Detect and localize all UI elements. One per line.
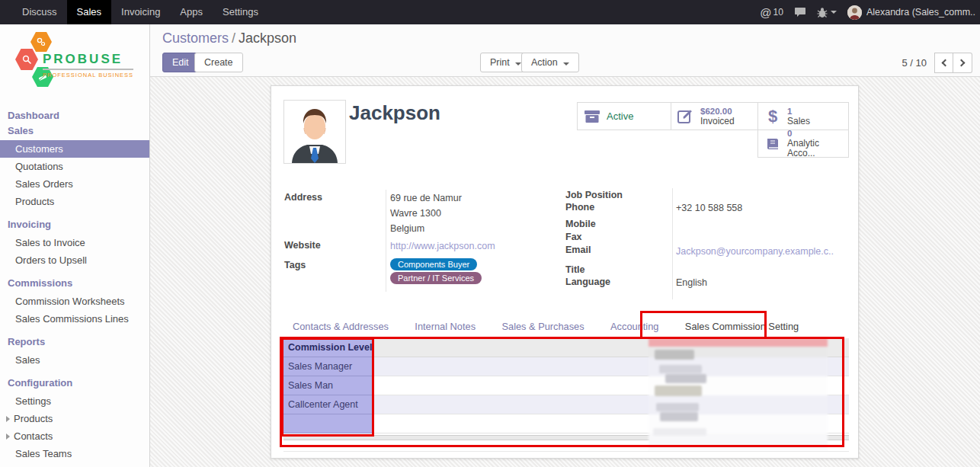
sidebar-item-sales-orders[interactable]: Sales Orders (0, 175, 149, 193)
sidebar-item-orders-to-upsell[interactable]: Orders to Upsell (0, 251, 149, 269)
analytic-accounts-stat-button[interactable]: 0 Analytic Acco... (757, 130, 849, 158)
commission-level-cell[interactable]: Sales Man (283, 376, 373, 395)
address-line3: Belgium (390, 223, 424, 234)
website-label: Website (284, 240, 321, 251)
job-position-label: Job Position (565, 190, 623, 200)
archive-box-icon (582, 110, 602, 123)
logo-subtitle: PROFESSIONAL BUSINESS (43, 72, 133, 78)
action-label: Action (531, 57, 558, 68)
tab-sales-purchases[interactable]: Sales & Purchases (490, 316, 595, 337)
sidebar-header-sales[interactable]: Sales (0, 125, 149, 140)
phone-value: +32 10 588 558 (676, 203, 742, 213)
sidebar-item-settings[interactable]: Settings (0, 392, 149, 410)
invoiced-label: Invoiced (700, 117, 735, 126)
page-title: Jackpson (349, 101, 440, 125)
title-label: Title (565, 264, 584, 275)
menu-apps[interactable]: Apps (170, 0, 213, 24)
sheet-divider (283, 451, 849, 452)
user-name[interactable]: Alexandra (Sales_comm.. (866, 7, 975, 18)
redacted-blob (655, 350, 694, 360)
invoiced-amount: $620.00 (700, 107, 735, 117)
invoiced-stat-button[interactable]: $620.00 Invoiced (671, 102, 758, 130)
systray: @ 10 Alexandra (Sales_comm.. (760, 0, 980, 24)
sidebar-item-sales-to-invoice[interactable]: Sales to Invoice (0, 234, 149, 251)
commission-level-cell[interactable]: Callcenter Agent (283, 395, 373, 414)
active-status-label: Active (607, 110, 633, 122)
commission-level-header[interactable]: Commission Level (283, 338, 373, 357)
commission-level-column: Commission Level Sales Manager Sales Man… (283, 338, 373, 433)
sidebar-item-commission-worksheets[interactable]: Commission Worksheets (0, 293, 149, 310)
sidebar-item-config-products[interactable]: Products (0, 410, 149, 427)
sidebar-item-reports-sales[interactable]: Sales (0, 351, 149, 369)
breadcrumb-customers[interactable]: Customers (162, 30, 229, 46)
tab-sales-commission-setting[interactable]: Sales Commission Setting (674, 316, 810, 337)
sidebar-item-config-contacts[interactable]: Contacts (0, 427, 149, 445)
field-group-divider (672, 188, 673, 299)
sidebar-item-sales-teams[interactable]: Sales Teams (0, 445, 149, 462)
chat-bubble-icon[interactable] (794, 7, 806, 18)
tab-internal-notes[interactable]: Internal Notes (403, 316, 487, 337)
user-avatar[interactable] (847, 5, 862, 20)
address-line1: 69 rue de Namur (390, 193, 462, 203)
control-panel: Customers/Jackpson Edit Create Print Act… (150, 24, 980, 77)
sidebar-item-label: Products (14, 413, 53, 424)
chevron-right-icon (6, 433, 10, 440)
logo-hexagon-gears-icon (30, 32, 52, 52)
sidebar-item-sales-commission-levels[interactable]: Sales Commission Levels (0, 462, 149, 467)
active-stat-button[interactable]: Active (577, 102, 671, 130)
bug-icon[interactable] (817, 7, 837, 18)
mentions-icon[interactable]: @ (760, 6, 771, 19)
tab-accounting[interactable]: Accounting (599, 316, 670, 337)
action-dropdown-button[interactable]: Action (521, 53, 579, 72)
redacted-region (649, 338, 828, 449)
main-content: Jackpson Active $620.00 Invoiced $ 1 Sal… (150, 77, 980, 467)
menu-invoicing[interactable]: Invoicing (111, 0, 170, 24)
redacted-blob (655, 385, 702, 396)
sidebar-header-invoicing: Invoicing (0, 215, 149, 234)
tag-components-buyer[interactable]: Components Buyer (390, 258, 477, 270)
sidebar-header-reports: Reports (0, 332, 149, 351)
menu-sales[interactable]: Sales (67, 0, 112, 24)
sidebar-item-products[interactable]: Products (0, 193, 149, 210)
caret-down-icon (563, 62, 569, 66)
tab-contacts-addresses[interactable]: Contacts & Addresses (281, 316, 400, 337)
edit-pencil-icon (676, 109, 696, 124)
phone-label: Phone (565, 202, 594, 213)
sidebar-item-quotations[interactable]: Quotations (0, 158, 149, 175)
email-link[interactable]: Jackpson@yourcompany.example.c.. (676, 246, 834, 257)
chevron-left-icon (941, 59, 949, 67)
commission-level-cell[interactable]: Sales Manager (283, 357, 373, 376)
redacted-blob (653, 428, 706, 436)
redacted-blob (659, 365, 702, 373)
tag-partner-it-services[interactable]: Partner / IT Services (390, 272, 482, 284)
edit-button[interactable]: Edit (162, 53, 199, 72)
breadcrumb-current: Jackpson (239, 30, 296, 46)
pager-previous-button[interactable] (934, 53, 953, 73)
sidebar-item-dashboard[interactable]: Dashboard (0, 106, 149, 125)
logo-hexagon-magnifier-icon (15, 49, 38, 70)
language-label: Language (565, 277, 610, 287)
pager: 5 / 10 (902, 53, 972, 73)
website-link[interactable]: http://www.jackpson.com (390, 241, 495, 251)
sidebar-item-sales-commissions-lines[interactable]: Sales Commissions Lines (0, 310, 149, 328)
top-navbar: Discuss Sales Invoicing Apps Settings @ … (0, 0, 980, 24)
chevron-right-icon (6, 416, 10, 422)
field-group-divider (386, 190, 386, 292)
menu-settings[interactable]: Settings (213, 0, 268, 24)
sidebar-item-customers[interactable]: Customers (0, 140, 149, 158)
mobile-label: Mobile (565, 219, 596, 229)
commission-level-cell-empty[interactable] (283, 414, 373, 433)
redacted-blob (665, 374, 706, 383)
sidebar-header-commissions: Commissions (0, 273, 149, 293)
language-value: English (676, 277, 707, 288)
sidebar-header-configuration: Configuration (0, 373, 149, 392)
menu-discuss[interactable]: Discuss (12, 0, 67, 24)
pager-next-button[interactable] (953, 53, 972, 73)
create-button[interactable]: Create (194, 53, 243, 72)
mentions-count: 10 (773, 7, 783, 18)
probuse-logo: PROBUSE PROFESSIONAL BUSINESS (0, 30, 149, 95)
book-icon (763, 137, 783, 151)
customer-photo[interactable] (283, 100, 346, 164)
breadcrumb-separator: / (229, 30, 239, 46)
sales-stat-button[interactable]: $ 1 Sales (757, 102, 849, 130)
